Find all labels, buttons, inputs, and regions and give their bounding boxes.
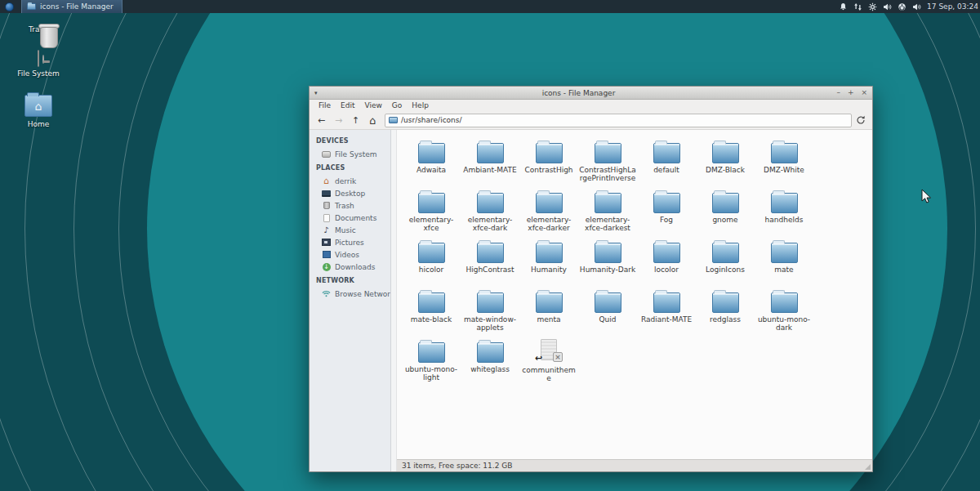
drive-icon <box>38 51 39 66</box>
sidebar-scrollbar[interactable] <box>391 130 397 471</box>
file-item-ubuntu-mono-dark[interactable]: ubuntu-mono-dark <box>755 288 813 337</box>
file-label: handhelds <box>765 216 804 224</box>
file-item-dmz-white[interactable]: DMZ-White <box>755 138 813 188</box>
file-item-contrasthigh[interactable]: ContrastHigh <box>519 138 578 188</box>
up-button[interactable]: ↑ <box>348 114 363 127</box>
file-item-ubuntu-mono-light[interactable]: ubuntu-mono-light <box>402 337 461 387</box>
resize-grip[interactable] <box>865 464 871 470</box>
sidebar-item-label: derrik <box>335 177 356 185</box>
file-item-mate[interactable]: mate <box>755 238 813 288</box>
power-manager-icon[interactable] <box>898 2 906 11</box>
window-menu-button[interactable]: ▾ <box>314 90 326 96</box>
file-item-contrasthighlargeprintinverse[interactable]: ContrastHighLargePrintInverse <box>578 138 637 188</box>
sidebar-item-browse-network[interactable]: Browse Network <box>310 288 390 300</box>
applications-menu-button[interactable] <box>0 0 18 13</box>
path-bar[interactable]: /usr/share/icons/ <box>385 114 852 127</box>
folder-icon <box>595 243 621 263</box>
desktop-icon-home[interactable]: ⌂Home <box>7 95 70 128</box>
file-item-mate-window-applets[interactable]: mate-window-applets <box>461 288 519 337</box>
reload-button[interactable] <box>853 114 868 127</box>
folder-icon <box>712 193 739 213</box>
file-item-communitheme[interactable]: ↩×communitheme <box>519 337 578 387</box>
menu-edit[interactable]: Edit <box>336 100 359 110</box>
sidebar-item-documents[interactable]: Documents <box>310 212 390 224</box>
file-label: elementary-xfce <box>403 216 460 232</box>
path-text[interactable]: /usr/share/icons/ <box>401 116 462 124</box>
file-item-humanity-dark[interactable]: Humanity-Dark <box>578 238 637 288</box>
sidebar-item-downloads[interactable]: ↓Downloads <box>310 261 390 273</box>
sidebar-item-label: Trash <box>335 202 354 210</box>
file-item-default[interactable]: default <box>637 138 696 188</box>
videos-icon <box>322 250 331 259</box>
menu-file[interactable]: File <box>314 100 335 110</box>
file-item-quid[interactable]: Quid <box>578 288 637 337</box>
file-label: DMZ-White <box>764 166 804 174</box>
file-item-menta[interactable]: menta <box>519 288 578 337</box>
file-item-redglass[interactable]: redglass <box>696 288 755 337</box>
maximize-button[interactable]: + <box>848 89 854 96</box>
folder-icon <box>477 292 504 313</box>
home-icon: ⌂ <box>322 176 331 185</box>
file-item-hicolor[interactable]: hicolor <box>402 238 461 288</box>
desktop-icon-file-system[interactable]: File System <box>7 51 70 78</box>
file-label: mate <box>774 266 793 274</box>
file-item-radiant-mate[interactable]: Radiant-MATE <box>637 288 696 337</box>
folder-icon <box>595 193 621 213</box>
file-item-fog[interactable]: Fog <box>637 188 696 238</box>
file-item-handhelds[interactable]: handhelds <box>755 188 813 238</box>
file-item-humanity[interactable]: Humanity <box>519 238 578 288</box>
file-label: Radiant-MATE <box>641 315 692 324</box>
folder-icon <box>536 143 563 163</box>
titlebar[interactable]: ▾ icons - File Manager – + × <box>310 87 872 100</box>
sidebar-item-label: Music <box>335 226 356 234</box>
sidebar-item-derrik[interactable]: ⌂derrik <box>310 175 390 187</box>
network-traffic-icon[interactable] <box>853 2 862 11</box>
file-item-dmz-black[interactable]: DMZ-Black <box>696 138 755 188</box>
document-icon <box>322 213 331 222</box>
file-label: Ambiant-MATE <box>463 166 517 174</box>
sidebar-item-trash[interactable]: Trash <box>310 199 390 212</box>
taskbar-item-file-manager[interactable]: icons - File Manager <box>21 0 122 13</box>
file-item-elementary-xfce-darkest[interactable]: elementary-xfce-darkest <box>578 188 637 238</box>
folder-icon <box>653 193 680 213</box>
desktop-icon-label: File System <box>17 69 59 78</box>
menu-view[interactable]: View <box>361 100 386 110</box>
sidebar-item-music[interactable]: ♪Music <box>310 224 390 236</box>
file-label: HighContrast <box>466 266 514 274</box>
sidebar-item-videos[interactable]: Videos <box>310 248 390 261</box>
file-item-elementary-xfce-dark[interactable]: elementary-xfce-dark <box>461 188 519 238</box>
folder-icon <box>595 143 621 163</box>
file-item-elementary-xfce-darker[interactable]: elementary-xfce-darker <box>519 188 578 238</box>
folder-icon <box>536 243 563 263</box>
home-button[interactable]: ⌂ <box>365 114 381 127</box>
file-grid: AdwaitaAmbiant-MATEContrastHighContrastH… <box>397 130 872 459</box>
file-label: ContrastHigh <box>524 166 572 174</box>
forward-button[interactable]: → <box>331 114 346 127</box>
close-button[interactable]: × <box>861 89 867 96</box>
sidebar-item-file-system[interactable]: File System <box>310 148 390 160</box>
file-item-adwaita[interactable]: Adwaita <box>402 138 461 188</box>
file-item-gnome[interactable]: gnome <box>696 188 755 238</box>
notifications-icon[interactable] <box>839 2 848 11</box>
back-button[interactable]: ← <box>314 114 329 127</box>
menu-go[interactable]: Go <box>388 100 406 110</box>
clock[interactable]: 17 Sep, 03:24 <box>927 2 978 11</box>
file-item-ambiant-mate[interactable]: Ambiant-MATE <box>461 138 519 188</box>
minimize-button[interactable]: – <box>836 89 840 96</box>
file-item-highcontrast[interactable]: HighContrast <box>461 238 519 288</box>
menu-help[interactable]: Help <box>408 100 433 110</box>
file-label: mate-window-applets <box>461 315 519 332</box>
file-item-locolor[interactable]: locolor <box>637 238 696 288</box>
file-item-loginicons[interactable]: LoginIcons <box>696 238 755 288</box>
sidebar-item-desktop[interactable]: Desktop <box>310 187 390 199</box>
sidebar-item-pictures[interactable]: Pictures <box>310 236 390 248</box>
volume-icon[interactable] <box>883 2 892 11</box>
file-item-mate-black[interactable]: mate-black <box>402 288 461 337</box>
file-item-elementary-xfce[interactable]: elementary-xfce <box>402 188 461 238</box>
audio-output-icon[interactable] <box>912 2 921 11</box>
desktop-icon-trash[interactable]: Trash <box>7 22 70 33</box>
settings-icon[interactable] <box>868 2 877 11</box>
folder-icon <box>477 193 504 213</box>
sidebar-item-label: Downloads <box>335 263 375 271</box>
file-item-whiteglass[interactable]: whiteglass <box>461 337 519 387</box>
